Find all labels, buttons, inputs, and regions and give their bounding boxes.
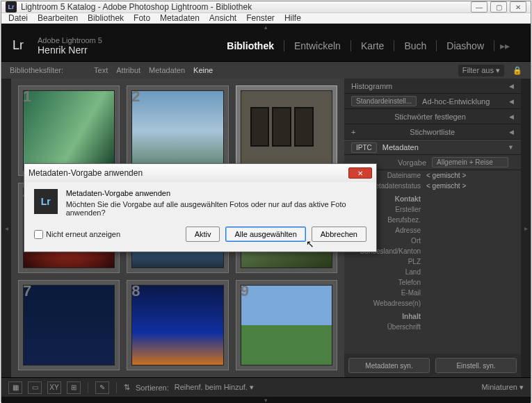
menu-ansicht[interactable]: Ansicht <box>209 13 236 23</box>
menu-metadaten[interactable]: Metadaten <box>160 13 200 23</box>
close-button[interactable]: ✕ <box>510 1 526 13</box>
filter-attribut[interactable]: Attribut <box>116 66 140 74</box>
menu-bearbeiten[interactable]: Bearbeiten <box>38 13 78 23</box>
painter-icon[interactable]: ✎ <box>95 381 109 394</box>
right-panel-toggle[interactable]: ▸ <box>521 79 531 377</box>
apply-all-selected-button[interactable]: Alle ausgewählten <box>225 227 305 242</box>
add-keyword-icon[interactable]: + <box>351 128 355 136</box>
quickdev-preset-dropdown[interactable]: Standardeinstell... <box>351 96 417 106</box>
titlebar: Lr Lightroom 5 Katalog - Adobe Photoshop… <box>1 1 531 13</box>
filter-lock-icon[interactable]: 🔒 <box>513 66 522 75</box>
thumb-cell[interactable]: 2 <box>127 85 228 176</box>
filter-text[interactable]: Text <box>94 66 108 74</box>
panel-keywordlist[interactable]: +Stichwortliste◀ <box>344 124 521 140</box>
field-email[interactable] <box>426 289 514 297</box>
dialog-close-button[interactable]: ✕ <box>348 167 372 179</box>
panel-metadaten[interactable]: IPTCMetadaten▼ <box>344 140 521 155</box>
menubar: Datei Bearbeiten Bibliothek Foto Metadat… <box>1 13 531 24</box>
field-berufsbez[interactable] <box>426 216 514 224</box>
minimize-button[interactable]: — <box>471 1 487 13</box>
sync-metadata-button[interactable]: Metadaten syn. <box>348 358 430 373</box>
expand-icon: ▼ <box>508 144 514 151</box>
menu-hilfe[interactable]: Hilfe <box>284 13 301 23</box>
field-bundesland[interactable] <box>426 247 514 255</box>
menu-foto[interactable]: Foto <box>134 13 150 23</box>
sync-settings-button[interactable]: Einstell. syn. <box>435 358 517 373</box>
field-plz[interactable] <box>426 258 514 265</box>
preset-label: Vorgabe <box>398 158 426 167</box>
maximize-button[interactable]: ▢ <box>490 1 507 13</box>
module-entwickeln[interactable]: Entwickeln <box>284 40 350 51</box>
brand-icon: Lr <box>13 38 32 54</box>
thumb-cell-selected[interactable]: 3 <box>236 85 337 176</box>
metadata-preset-dropdown[interactable]: Allgemein + Reise <box>432 157 508 167</box>
module-diashow[interactable]: Diashow <box>436 40 494 51</box>
dialog-message: Möchten Sie die Vorgabe auf alle ausgewä… <box>66 200 366 217</box>
module-buch[interactable]: Buch <box>394 40 436 51</box>
thumb-cell[interactable]: 9 <box>236 280 337 370</box>
sort-dropdown[interactable]: Reihenf. beim Hinzuf. ▾ <box>175 383 254 392</box>
menu-datei[interactable]: Datei <box>8 13 28 23</box>
filter-label: Bibliotheksfilter: <box>10 66 63 74</box>
menu-bibliothek[interactable]: Bibliothek <box>88 13 124 23</box>
cancel-button[interactable]: Abbrechen <box>312 227 366 242</box>
survey-view-icon[interactable]: ⊞ <box>67 381 81 394</box>
thumb-cell[interactable]: 8 <box>127 280 228 370</box>
thumbnails-dropdown[interactable]: Miniaturen ▾ <box>482 383 524 392</box>
dont-show-again-checkbox[interactable]: Nicht erneut anzeigen <box>34 230 120 239</box>
module-picker: Bibliothek Entwickeln Karte Buch Diashow… <box>217 40 519 51</box>
module-overflow-icon[interactable]: ▸▸ <box>494 40 519 51</box>
module-karte[interactable]: Karte <box>350 40 394 51</box>
field-ort[interactable] <box>426 237 514 245</box>
grid-view-icon[interactable]: ▦ <box>8 381 22 394</box>
window-title: Lightroom 5 Katalog - Adobe Photoshop Li… <box>21 2 471 12</box>
field-adresse[interactable] <box>426 227 514 234</box>
collapse-icon: ◀ <box>509 98 514 105</box>
panel-keywording[interactable]: Stichwörter festlegen◀ <box>344 109 521 124</box>
dialog-heading: Metadaten-Vorgabe anwenden <box>66 189 366 197</box>
module-bibliothek[interactable]: Bibliothek <box>217 40 284 51</box>
library-filter-bar: Bibliotheksfilter: Text Attribut Metadat… <box>1 62 531 79</box>
field-ueberschrift[interactable] <box>426 323 514 331</box>
panel-histogramm[interactable]: Histogramm◀ <box>344 79 521 94</box>
filter-keine[interactable]: Keine <box>193 66 213 74</box>
filter-metadaten[interactable]: Metadaten <box>149 66 185 74</box>
left-panel-toggle[interactable]: ◂ <box>1 79 11 377</box>
sort-direction-icon[interactable]: ⇅ <box>124 383 130 392</box>
thumb-cell[interactable]: 1 <box>18 85 120 176</box>
menu-fenster[interactable]: Fenster <box>246 13 275 23</box>
apply-active-button[interactable]: Aktiv <box>186 227 220 242</box>
collapse-icon: ◀ <box>509 129 514 135</box>
app-icon: Lr <box>6 1 17 13</box>
filter-preset-dropdown[interactable]: Filter aus ▾ <box>458 65 504 76</box>
panel-adhoc[interactable]: Standardeinstell...Ad-hoc-Entwicklung◀ <box>344 94 521 109</box>
dialog-titlebar: Metadaten-Vorgabe anwenden ✕ <box>24 164 376 182</box>
dialog-app-icon: Lr <box>34 189 58 214</box>
dialog-title: Metadaten-Vorgabe anwenden <box>29 168 143 178</box>
metadata-set-dropdown[interactable]: IPTC <box>351 142 377 153</box>
field-ersteller[interactable] <box>426 206 514 213</box>
collapse-icon: ◀ <box>509 83 514 90</box>
field-web[interactable] <box>426 299 514 307</box>
section-inhalt: Inhalt <box>351 313 421 320</box>
loupe-view-icon[interactable]: ▭ <box>28 381 42 394</box>
user-name: Henrik Nerr <box>38 44 102 56</box>
compare-view-icon[interactable]: XY <box>47 381 61 394</box>
thumb-cell[interactable]: 7 <box>18 280 120 370</box>
product-name: Adobe Lightroom 5 <box>38 36 102 44</box>
toolbar-bottom: ▦ ▭ XY ⊞ ✎ ⇅ Sortieren: Reihenf. beim Hi… <box>1 377 531 397</box>
collapse-icon: ◀ <box>509 113 514 120</box>
sort-label: Sortieren: <box>136 384 169 392</box>
metadata-preset-dialog: Metadaten-Vorgabe anwenden ✕ Lr Metadate… <box>24 163 377 252</box>
field-telefon[interactable] <box>426 279 514 286</box>
field-land[interactable] <box>426 268 514 276</box>
identity-plate: Lr Adobe Lightroom 5 Henrik Nerr Bibliot… <box>1 31 531 62</box>
